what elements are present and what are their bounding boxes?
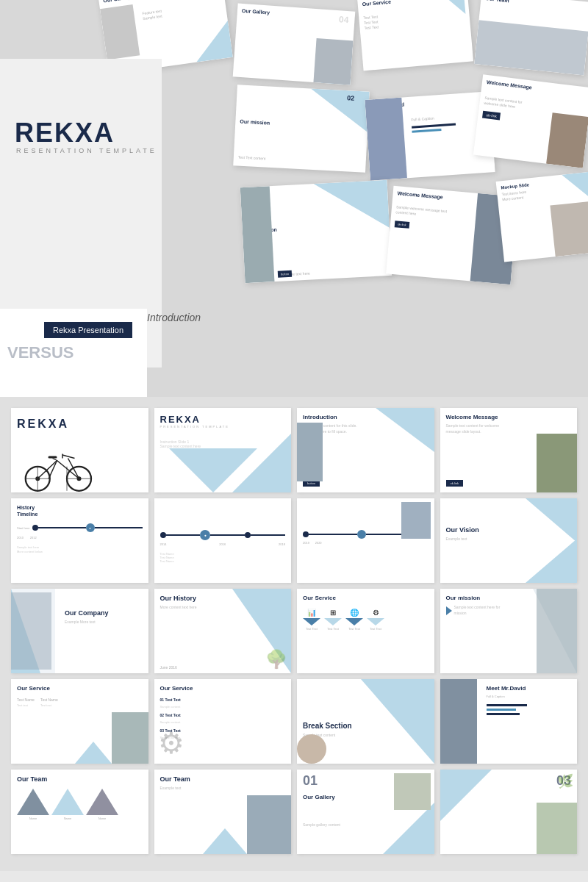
rekxa-logo-1: REKXA (17, 417, 143, 431)
grid-row-3: Our Company Example More text Our Histor… (11, 589, 577, 673)
slide-our-service-2: Our Service Test Name Test text Test Nam… (11, 679, 148, 764)
scattered-slide-5: Our mission 02 Test Text content (233, 85, 370, 172)
scattered-slide-8: Introduction Sample text here button (240, 180, 392, 283)
slide-introduction: Introduction Sample text content for thi… (297, 408, 434, 492)
slide-our-company: Our Company Example More text (11, 589, 148, 673)
slide-our-service-3: Our Service ⚙ 01 Test Text Sample conten… (154, 679, 292, 764)
slide-gallery-03: 03 Our Gallery 🌿 (440, 770, 578, 854)
rekxa-subtitle-2: PRESENTATION TEMPLATE (160, 425, 286, 429)
scattered-slide-10: Mockup Slide Test items hereMore content (496, 172, 588, 262)
svg-line-32 (68, 459, 79, 479)
gallery-num-01: 01 (303, 773, 318, 789)
grid-row-5: Our Team Name Name Name (11, 770, 577, 854)
slide-our-team-2: Our Team Example text (154, 770, 292, 854)
svg-line-31 (49, 461, 57, 479)
slide-welcome: Welcome Message Sample text content for … (440, 408, 578, 492)
timeline-title: HistoryTimeline (17, 504, 143, 517)
scattered-slide-4: Our Team (474, 0, 588, 76)
slide-break-section: Break Section Sample text content (297, 679, 434, 764)
grid-row-4: Our Service Test Name Test text Test Nam… (11, 679, 577, 764)
scattered-slide-2: Our Gallery 04 (233, 4, 356, 85)
rekxa-logo-2: REKXA (160, 414, 286, 425)
slide-our-service-icons: Our Service 📊 Test Text ⊞ Test Text 🌐 (297, 589, 434, 673)
svg-rect-36 (49, 456, 57, 459)
introduction-label: Introduction (147, 312, 201, 323)
slide-our-vision: Our Vision Example text (440, 498, 578, 583)
slide-our-history: Our History More content text here June … (154, 589, 292, 673)
slide-timeline-end: Finish 2019 2020 (297, 498, 434, 583)
slide-gallery-01: 01 Our Gallery Sample gallery content (297, 770, 434, 854)
scattered-slide-7: Welcome Message Sample text content for … (473, 74, 588, 168)
slide-rekxa-2: REKXA PRESENTATION TEMPLATE Instruction … (154, 408, 292, 492)
rekxa-presentation-tag: Rekxa Presentation (44, 322, 132, 338)
top-section: REKXA RESENTATION TEMPLATE (0, 0, 588, 397)
slide-meet-david: Meet Mr.David Full & Caption (440, 679, 578, 764)
brand-title: REKXA (15, 118, 115, 148)
brand-subtitle: RESENTATION TEMPLATE (16, 147, 157, 154)
grid-row-2: HistoryTimeline Start here ● 2010 2012 S… (11, 498, 577, 583)
svg-line-35 (53, 459, 57, 461)
slide-history-timeline: HistoryTimeline Start here ● 2010 2012 S… (11, 498, 148, 583)
svg-line-33 (62, 455, 75, 459)
slide-our-team-1: Our Team Name Name Name (11, 770, 148, 854)
slide-timeline-mid: ● 201420162018 Test NameTest NameTest Na… (154, 498, 292, 583)
bottom-grid-section: REKXA (0, 397, 588, 871)
scattered-slide-3: Our Service Test TextTest TextTest Text (357, 0, 473, 71)
slide-our-mission: Our mission Sample text content here for… (440, 589, 578, 673)
slide-rekxa-1: REKXA (11, 408, 148, 492)
grid-row-1: REKXA (11, 408, 577, 492)
svg-line-29 (37, 461, 57, 479)
tree-icon: 🌳 (265, 649, 287, 670)
